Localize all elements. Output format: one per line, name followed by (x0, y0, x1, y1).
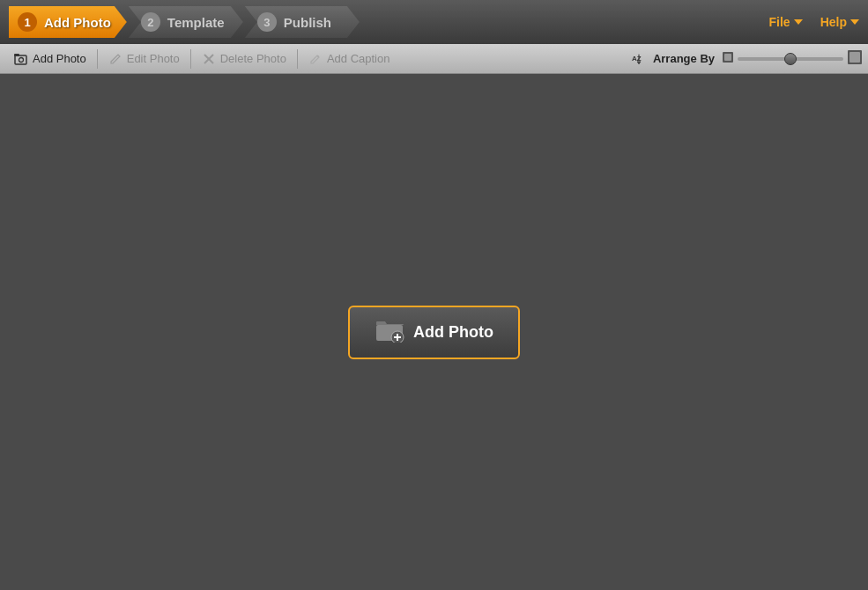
edit-photo-icon (108, 52, 122, 66)
main-content-area: Add Photo (0, 74, 868, 590)
help-menu-arrow-icon (850, 19, 859, 25)
edit-photo-label: Edit Photo (127, 52, 180, 65)
size-slider-container (722, 49, 863, 69)
top-nav-right: File Help (769, 15, 859, 29)
delete-photo-icon (202, 52, 216, 66)
divider-3 (297, 49, 298, 69)
svg-text:AZ: AZ (632, 54, 642, 62)
divider-1 (97, 49, 98, 69)
file-menu-button[interactable]: File (769, 15, 803, 29)
add-photo-center-label: Add Photo (413, 323, 493, 342)
step-2-number: 2 (141, 12, 160, 32)
add-caption-button[interactable]: Add Caption (300, 49, 399, 69)
svg-rect-13 (849, 52, 860, 63)
step-1-add-photo[interactable]: 1 Add Photo (9, 6, 127, 38)
add-photo-icon (14, 52, 28, 66)
svg-rect-0 (15, 55, 26, 64)
step-1-number: 1 (18, 12, 37, 32)
file-menu-label: File (769, 15, 790, 29)
delete-photo-label: Delete Photo (220, 52, 286, 65)
add-caption-icon (308, 52, 323, 66)
svg-point-2 (19, 57, 24, 62)
add-caption-label: Add Caption (327, 52, 390, 65)
add-photo-center-folder-icon (375, 318, 404, 347)
edit-photo-button[interactable]: Edit Photo (100, 49, 189, 69)
step-3-publish[interactable]: 3 Publish (245, 6, 360, 38)
size-large-icon (847, 49, 863, 69)
step-1-label: Add Photo (44, 15, 111, 30)
delete-photo-button[interactable]: Delete Photo (193, 49, 295, 69)
arrange-by-icon: AZ (632, 52, 646, 66)
step-2-label: Template (167, 15, 225, 30)
add-photo-center-button[interactable]: Add Photo (348, 306, 520, 359)
size-small-icon (722, 51, 734, 67)
svg-rect-11 (724, 54, 731, 61)
add-photo-button[interactable]: Add Photo (5, 49, 95, 69)
help-menu-label: Help (820, 15, 847, 29)
svg-point-5 (317, 55, 319, 57)
step-2-template[interactable]: 2 Template (129, 6, 243, 38)
arrange-by-label: Arrange By (653, 52, 715, 65)
help-menu-button[interactable]: Help (820, 15, 859, 29)
arrange-section: AZ Arrange By (632, 49, 863, 69)
toolbar: Add Photo Edit Photo Delete Photo (0, 44, 868, 74)
step-3-label: Publish (284, 15, 331, 30)
size-slider-thumb[interactable] (784, 53, 797, 65)
top-navigation: 1 Add Photo 2 Template 3 Publish File He… (0, 0, 868, 44)
step-3-number: 3 (257, 12, 277, 32)
divider-2 (190, 49, 191, 69)
size-slider[interactable] (738, 57, 843, 61)
step-wizard: 1 Add Photo 2 Template 3 Publish (9, 0, 361, 44)
add-photo-label: Add Photo (33, 52, 86, 65)
svg-rect-1 (14, 54, 19, 56)
file-menu-arrow-icon (794, 19, 803, 25)
